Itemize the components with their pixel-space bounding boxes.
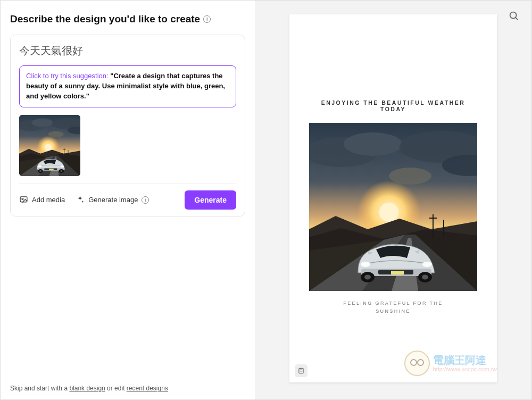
- svg-point-21: [22, 198, 23, 200]
- watermark-face-icon: [404, 351, 430, 376]
- prompt-input[interactable]: 今天天氣很好: [19, 44, 236, 58]
- attached-image-thumb[interactable]: [19, 115, 80, 176]
- preview-panel: ENJOYING THE BEAUTIFUL WEATHER TODAY FEE…: [255, 1, 531, 399]
- canvas-title: ENJOYING THE BEAUTIFUL WEATHER TODAY: [309, 99, 478, 112]
- suggestion-prefix: Click to try this suggestion:: [26, 72, 110, 80]
- page-title: Describe the design you'd like to create…: [10, 13, 245, 25]
- blank-design-link[interactable]: blank design: [69, 385, 105, 392]
- recent-designs-link[interactable]: recent designs: [127, 385, 168, 392]
- info-icon[interactable]: i: [203, 15, 211, 23]
- sparkle-icon: [76, 195, 85, 204]
- info-icon[interactable]: i: [142, 196, 149, 204]
- suggestion-box[interactable]: Click to try this suggestion: "Create a …: [19, 65, 236, 107]
- magnifier-icon: [508, 10, 520, 22]
- action-row: Add media Generate image i Generate: [19, 184, 236, 210]
- footer-prefix: Skip and start with a: [10, 385, 69, 392]
- footer-mid: or edit: [105, 385, 127, 392]
- design-canvas[interactable]: ENJOYING THE BEAUTIFUL WEATHER TODAY FEE…: [289, 14, 497, 382]
- generate-image-button[interactable]: Generate image i: [76, 195, 149, 204]
- footer-line: Skip and start with a blank design or ed…: [10, 378, 245, 392]
- left-panel: Describe the design you'd like to create…: [1, 1, 255, 399]
- watermark-title: 電腦王阿達: [433, 354, 497, 366]
- watermark: 電腦王阿達 http://www.kocpc.com.tw: [404, 351, 497, 376]
- canvas-image: [309, 123, 477, 291]
- zoom-button[interactable]: [508, 10, 520, 22]
- canvas-subtitle: FEELING GRATEFUL FOR THE SUNSHINE: [343, 299, 443, 316]
- image-icon: [19, 195, 28, 204]
- notes-button[interactable]: [295, 364, 307, 377]
- watermark-url: http://www.kocpc.com.tw: [433, 366, 497, 372]
- add-media-button[interactable]: Add media: [19, 195, 65, 204]
- svg-point-22: [510, 12, 517, 19]
- heading-text: Describe the design you'd like to create: [10, 13, 200, 25]
- prompt-card: 今天天氣很好 Click to try this suggestion: "Cr…: [10, 35, 245, 216]
- generate-button[interactable]: Generate: [185, 190, 236, 210]
- add-media-label: Add media: [32, 196, 65, 204]
- notes-icon: [297, 367, 305, 374]
- generate-image-label: Generate image: [88, 196, 138, 204]
